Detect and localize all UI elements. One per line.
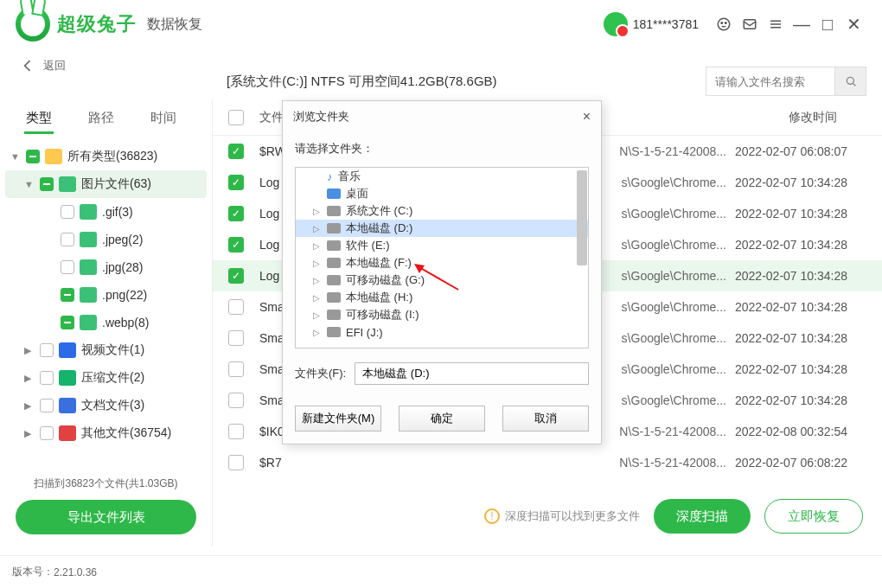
- folder-label: 音乐: [338, 169, 361, 184]
- row-checkbox[interactable]: [228, 144, 244, 159]
- info-icon: !: [484, 508, 500, 524]
- deep-scan-button[interactable]: 深度扫描: [654, 499, 751, 534]
- cancel-button[interactable]: 取消: [502, 406, 589, 431]
- file-name: $R7: [259, 456, 329, 470]
- tree-archive-files[interactable]: ▶压缩文件(2): [5, 364, 207, 392]
- folder-label: 本地磁盘 (F:): [346, 255, 412, 271]
- dialog-close-button[interactable]: ×: [583, 109, 591, 125]
- filter-tabs: 类型 路径 时间: [0, 99, 212, 134]
- row-checkbox[interactable]: [228, 175, 244, 190]
- minimize-button[interactable]: —: [792, 15, 811, 34]
- folder-label: 系统文件 (C:): [346, 203, 412, 219]
- type-tree: ▼所有类型(36823) ▼图片文件(63) .gif(3) .jpeg(2) …: [0, 134, 212, 473]
- row-checkbox[interactable]: [228, 330, 244, 346]
- row-checkbox[interactable]: [228, 393, 244, 408]
- annotation-arrow-icon: [411, 259, 463, 294]
- file-mtime: 2022-02-07 10:34:28: [735, 269, 882, 283]
- select-all-checkbox[interactable]: [228, 110, 244, 125]
- export-button[interactable]: 导出文件列表: [16, 500, 196, 534]
- dialog-title: 浏览文件夹: [293, 109, 349, 125]
- tree-png[interactable]: .png(22): [5, 281, 207, 309]
- folder-label: 可移动磁盘 (I:): [346, 307, 419, 323]
- row-checkbox[interactable]: [228, 237, 244, 252]
- folder-label: 软件 (E:): [346, 238, 390, 253]
- dialog-titlebar[interactable]: 浏览文件夹 ×: [283, 101, 601, 132]
- svg-point-2: [725, 22, 727, 24]
- file-path: N\S-1-5-21-42008...: [329, 456, 735, 470]
- tab-type[interactable]: 类型: [24, 105, 54, 134]
- tree-all-types[interactable]: ▼所有类型(36823): [5, 143, 207, 170]
- tree-doc-files[interactable]: ▶文档文件(3): [5, 392, 207, 419]
- file-mtime: 2022-02-07 10:34:28: [735, 176, 882, 189]
- action-bar: ! 深度扫描可以找到更多文件 深度扫描 立即恢复: [213, 486, 882, 546]
- tree-webp[interactable]: .webp(8): [5, 309, 207, 336]
- row-checkbox[interactable]: [228, 361, 244, 377]
- svg-point-1: [721, 22, 723, 24]
- folder-node[interactable]: ▷软件 (E:): [296, 237, 588, 254]
- folder-field-label: 文件夹(F):: [295, 366, 346, 381]
- row-checkbox[interactable]: [228, 299, 244, 315]
- close-button[interactable]: ✕: [844, 15, 863, 34]
- pathbar: [系统文件(C:)] NTFS 可用空间41.2GB(78.6GB): [227, 64, 866, 99]
- row-checkbox[interactable]: [228, 455, 244, 470]
- row-checkbox[interactable]: [228, 268, 244, 284]
- file-mtime: 2022-02-07 10:34:28: [735, 331, 882, 345]
- drive-icon: [327, 327, 341, 337]
- drive-icon: [327, 258, 341, 268]
- svg-point-0: [718, 18, 730, 30]
- tree-jpg[interactable]: .jpg(28): [5, 253, 207, 281]
- tree-image-files[interactable]: ▼图片文件(63): [5, 170, 207, 198]
- folder-node[interactable]: ▷系统文件 (C:): [296, 202, 588, 220]
- drive-icon: [327, 206, 341, 216]
- folder-node[interactable]: ▷可移动磁盘 (I:): [296, 306, 588, 323]
- version-value: 2.21.0.36: [54, 566, 97, 578]
- table-row[interactable]: $R7 N\S-1-5-21-42008... 2022-02-07 06:08…: [213, 447, 882, 478]
- sidebar: 类型 路径 时间 ▼所有类型(36823) ▼图片文件(63) .gif(3) …: [0, 99, 213, 546]
- maximize-button[interactable]: □: [818, 15, 837, 34]
- tree-video-files[interactable]: ▶视频文件(1): [5, 336, 207, 364]
- row-checkbox[interactable]: [228, 424, 244, 439]
- tree-gif[interactable]: .gif(3): [5, 198, 207, 226]
- new-folder-button[interactable]: 新建文件夹(M): [295, 406, 381, 431]
- recover-button[interactable]: 立即恢复: [764, 499, 863, 534]
- tab-time[interactable]: 时间: [149, 105, 178, 134]
- help-icon[interactable]: [714, 15, 733, 34]
- file-mtime: 2022-02-07 06:08:22: [735, 456, 882, 470]
- folder-node[interactable]: 桌面: [296, 185, 588, 202]
- statusbar: 版本号： 2.21.0.36: [0, 555, 882, 588]
- user-avatar-icon[interactable]: [604, 12, 628, 36]
- feedback-icon[interactable]: [740, 15, 759, 34]
- folder-label: EFI (J:): [346, 326, 383, 339]
- folder-label: 本地磁盘 (H:): [346, 290, 412, 305]
- app-title: 超级兔子: [57, 11, 137, 37]
- folder-field-input[interactable]: [355, 362, 589, 385]
- app-logo: 超级兔子 数据恢复: [16, 7, 202, 42]
- user-phone: 181****3781: [633, 17, 699, 31]
- tree-other-files[interactable]: ▶其他文件(36754): [5, 419, 207, 447]
- file-mtime: 2022-02-07 10:34:28: [735, 238, 882, 252]
- scan-summary: 扫描到36823个文件(共1.03GB): [0, 473, 212, 500]
- drive-path: [系统文件(C:)] NTFS 可用空间41.2GB(78.6GB): [227, 74, 706, 90]
- svg-rect-3: [744, 20, 756, 29]
- folder-node[interactable]: ▷EFI (J:): [296, 323, 588, 341]
- tab-path[interactable]: 路径: [86, 105, 116, 134]
- folder-node[interactable]: ♪音乐: [296, 168, 588, 185]
- folder-tree-scrollbar[interactable]: [577, 170, 587, 265]
- folder-tree[interactable]: ♪音乐桌面▷系统文件 (C:)▷本地磁盘 (D:)▷软件 (E:)▷本地磁盘 (…: [295, 167, 589, 348]
- col-time[interactable]: 修改时间: [744, 110, 882, 125]
- music-icon: ♪: [327, 170, 333, 183]
- file-mtime: 2022-02-07 06:08:07: [735, 144, 882, 158]
- titlebar: 超级兔子 数据恢复 181****3781 — □ ✕: [0, 0, 882, 48]
- search-input[interactable]: [706, 67, 835, 96]
- row-checkbox[interactable]: [228, 206, 244, 221]
- search-button[interactable]: [835, 67, 866, 96]
- tree-jpeg[interactable]: .jpeg(2): [5, 226, 207, 253]
- folder-node[interactable]: ▷本地磁盘 (D:): [296, 220, 588, 237]
- file-mtime: 2022-02-08 00:32:54: [735, 425, 882, 438]
- back-label: 返回: [43, 58, 66, 74]
- drive-icon: [327, 275, 341, 285]
- ok-button[interactable]: 确定: [399, 406, 485, 431]
- desktop-icon: [327, 189, 341, 199]
- menu-icon[interactable]: [766, 15, 785, 34]
- drive-icon: [327, 240, 341, 251]
